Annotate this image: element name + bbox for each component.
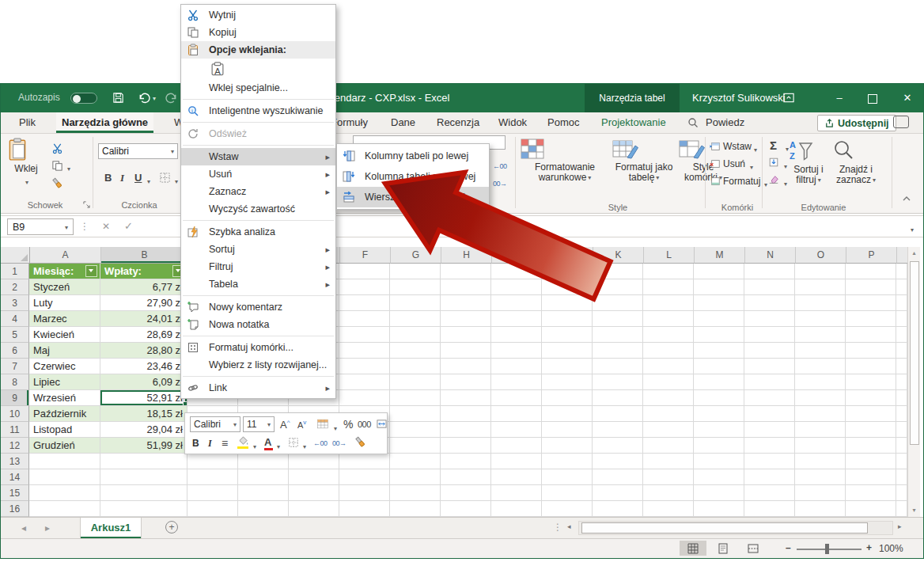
cell-I9[interactable] (491, 390, 542, 406)
menu-item-wyczyść-zawartość[interactable]: Wyczyść zawartość (181, 200, 335, 218)
cell-P12[interactable] (846, 438, 896, 454)
cell-L13[interactable] (643, 454, 694, 469)
cell-O15[interactable] (795, 485, 846, 501)
decrease-decimal-icon[interactable]: 00→ (493, 180, 507, 188)
cell-B7[interactable]: 23,46 zł (100, 359, 187, 374)
cell-H2[interactable] (441, 279, 491, 295)
cell-K10[interactable] (593, 406, 643, 422)
sheet-tab-arkusz1[interactable]: Arkusz1 (80, 518, 142, 538)
hscroll-left-icon[interactable]: ◂ (567, 522, 571, 530)
cell-A8[interactable]: Lipiec (29, 374, 100, 390)
cell-F3[interactable] (339, 295, 390, 311)
cell-E16[interactable] (289, 501, 339, 517)
cell-I3[interactable] (491, 295, 542, 311)
column-header-O[interactable]: O (796, 247, 846, 264)
cell-N10[interactable] (744, 406, 795, 422)
mini-increase-decimal-icon[interactable]: ←00 (313, 439, 328, 447)
cell-G6[interactable] (390, 343, 441, 359)
cell-C15[interactable] (187, 485, 238, 501)
cell-G7[interactable] (390, 359, 441, 374)
column-header-F[interactable]: F (340, 247, 391, 264)
cell-P7[interactable] (846, 359, 896, 374)
cell-E15[interactable] (289, 485, 339, 501)
ribbon-tab-narzędzia-główne[interactable]: Narzędzia główne (56, 112, 153, 133)
cell-K2[interactable] (593, 279, 643, 295)
column-header-K[interactable]: K (593, 247, 644, 264)
underline-caret-icon[interactable] (146, 173, 150, 188)
cell-M3[interactable] (694, 295, 744, 311)
cell-H9[interactable] (441, 390, 491, 406)
row-header-14[interactable]: 14 (1, 469, 29, 485)
menu-item-opcje-wklejania[interactable]: Opcje wklejania: (181, 41, 335, 59)
expand-formula-bar-icon[interactable] (909, 222, 914, 236)
cell-L16[interactable] (643, 501, 694, 517)
minimize-button[interactable]: – (824, 84, 855, 112)
cell-B13[interactable] (100, 454, 187, 469)
cell-H5[interactable] (441, 327, 491, 343)
cell-P15[interactable] (846, 485, 896, 501)
save-icon[interactable] (112, 92, 124, 104)
ribbon-tab-plik[interactable]: Plik (13, 112, 41, 133)
fill-icon[interactable] (768, 157, 779, 168)
zoom-slider-thumb[interactable] (825, 544, 829, 554)
cell-A4[interactable]: Marzec (29, 311, 100, 327)
copy-icon[interactable] (51, 160, 63, 172)
font-name-combo[interactable]: Calibri (98, 143, 178, 159)
menu-item-nowa-notatka[interactable]: Nowa notatka (181, 316, 335, 333)
mini-format-table-icon[interactable] (316, 418, 331, 430)
delete-cells-label[interactable]: Usuń (723, 158, 745, 169)
row-header-6[interactable]: 6 (1, 343, 29, 359)
find-select-button[interactable]: Znajdź i zaznacz (831, 139, 880, 186)
cell-N6[interactable] (744, 343, 795, 359)
clear-icon[interactable] (768, 174, 779, 185)
cell-K15[interactable] (593, 485, 643, 501)
cell-J1[interactable] (542, 264, 593, 279)
row-header-10[interactable]: 10 (1, 406, 29, 422)
cell-G13[interactable] (390, 454, 441, 469)
fill-color-icon[interactable] (237, 436, 249, 446)
cell-L5[interactable] (643, 327, 694, 343)
cell-N2[interactable] (744, 279, 795, 295)
paste-button[interactable]: Wklej (7, 138, 45, 188)
mini-borders-icon[interactable] (288, 437, 299, 448)
mini-decrease-decimal-icon[interactable]: 00→ (332, 439, 346, 447)
column-header-N[interactable]: N (745, 247, 796, 264)
menu-item-formatuj-komórki[interactable]: Formatuj komórki... (181, 339, 335, 356)
cell-O11[interactable] (795, 422, 846, 438)
column-header-B[interactable]: B (101, 247, 188, 264)
cell-G4[interactable] (390, 311, 441, 327)
comma-style-button[interactable]: 000 (358, 420, 371, 429)
cell-K4[interactable] (593, 311, 643, 327)
ribbon-tab-pomoc[interactable]: Pomoc (542, 112, 585, 133)
cell-B5[interactable]: 28,69 zł (100, 327, 187, 343)
increase-font-icon[interactable]: A^ (280, 419, 290, 431)
cell-A16[interactable] (29, 501, 100, 517)
borders-caret-icon[interactable] (173, 173, 178, 188)
cell-M10[interactable] (694, 406, 744, 422)
formula-bar-grip-icon[interactable]: ⋮ (80, 221, 89, 232)
cell-F14[interactable] (339, 469, 390, 485)
cell-J2[interactable] (542, 279, 593, 295)
mini-font-size-combo[interactable]: 11 (243, 416, 275, 432)
cell-D16[interactable] (238, 501, 289, 517)
row-header-13[interactable]: 13 (1, 454, 29, 469)
ribbon-display-options-icon[interactable] (782, 92, 795, 104)
cell-O8[interactable] (795, 374, 846, 390)
sort-filter-button[interactable]: AZ Sortuj i filtruj (787, 139, 830, 186)
cell-I14[interactable] (491, 469, 542, 485)
cell-G5[interactable] (390, 327, 441, 343)
cell-H3[interactable] (441, 295, 491, 311)
tell-me-search-icon[interactable] (687, 117, 699, 128)
cell-A12[interactable]: Grudzień (29, 438, 100, 454)
cell-J5[interactable] (542, 327, 593, 343)
cell-O12[interactable] (795, 438, 846, 454)
hscroll-right-icon[interactable]: ▸ (898, 522, 902, 530)
borders-icon[interactable] (159, 172, 171, 184)
menu-item-wklej-specjalnie[interactable]: Wklej specjalnie... (181, 79, 335, 97)
menu-item-tabela[interactable]: Tabela (181, 275, 335, 293)
cell-styles-button[interactable]: Style komórki (678, 138, 729, 184)
cell-J10[interactable] (542, 406, 593, 422)
cell-M2[interactable] (694, 279, 744, 295)
mini-format-painter-icon[interactable] (354, 436, 366, 448)
page-break-view-button[interactable] (740, 541, 767, 556)
